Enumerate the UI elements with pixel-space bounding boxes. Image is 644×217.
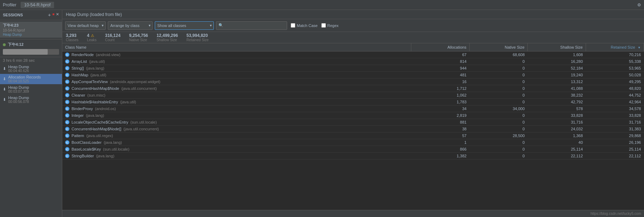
native-size-9: 0 [469, 112, 527, 119]
session-1[interactable]: 下午4:23 10-54-R.hprof Heap Dump [0, 20, 62, 39]
native-size-14: 0 [469, 146, 527, 153]
table-row[interactable]: C Hashtable$HashtableEntry (java.util) 1… [62, 99, 644, 105]
view-dropdown-wrapper: View default heap View app heap View ima… [65, 21, 106, 30]
class-icon-10: C [65, 120, 69, 124]
settings-icon[interactable]: ⚙ [637, 2, 641, 7]
native-size-11: 0 [469, 126, 527, 132]
status-bar: https://blog.csdn.net/lucky5.com [62, 210, 644, 217]
col-allocations[interactable]: Allocations [411, 43, 469, 51]
class-package-6: (sun.misc) [88, 93, 106, 97]
stat-count: 316,124 Count [105, 33, 120, 42]
search-icon: 🔍 [218, 23, 223, 28]
class-cell-7: C Hashtable$HashtableEntry (java.util) [62, 99, 411, 105]
native-size-3: 0 [469, 72, 527, 78]
add-session-icon[interactable]: + [48, 12, 51, 18]
class-name-0: RenderNode [72, 53, 94, 57]
search-input[interactable] [225, 23, 285, 28]
table-row[interactable]: C BinderProxy (android.os) 3434,00057834… [62, 105, 644, 112]
shallow-size-11: 24,032 [528, 126, 586, 132]
table-row[interactable]: C ConcurrentHashMap$Node[] (java.util.co… [62, 126, 644, 132]
native-size-value: 9,254,756 [129, 33, 148, 38]
heap-duration-2: 00:03:07.309 [8, 89, 29, 93]
regex-option[interactable]: Regex [321, 23, 339, 28]
view-dropdown[interactable]: View default heap View app heap View ima… [65, 21, 106, 30]
file-tab[interactable]: 10-54-R.hprof [21, 2, 54, 8]
allocations-0: 67 [411, 51, 469, 58]
table-row[interactable]: C ArrayList (java.util) 814016,28055,338 [62, 58, 644, 65]
class-package-7: (java.util) [120, 100, 136, 104]
table-row[interactable]: C AppCompatTextView (androidx.appcompat.… [62, 78, 644, 85]
shallow-size-0: 1,608 [528, 51, 586, 58]
search-box[interactable]: 🔍 [216, 21, 287, 30]
class-icon-1: C [65, 59, 69, 64]
class-icon-2: C [65, 66, 69, 70]
col-class-name[interactable]: Class Name [62, 43, 411, 51]
class-icon-5: C [65, 86, 69, 91]
shallow-size-7: 42,792 [528, 99, 586, 105]
class-cell-4: C AppCompatTextView (androidx.appcompat.… [62, 78, 411, 85]
native-size-6: 0 [469, 92, 527, 99]
table-container[interactable]: Class Name Allocations Native Size Shall… [62, 43, 644, 210]
show-dropdown[interactable]: Show all classes Show activity/fragment … [155, 21, 214, 30]
native-size-2: 0 [469, 65, 527, 72]
table-row[interactable]: C RenderNode (android.view) 6768,6081,60… [62, 51, 644, 58]
heap-icon-2: ⬇ [3, 87, 6, 92]
table-row[interactable]: C HashMap (java.util) 481019,24050,028 [62, 72, 644, 78]
sidebar-header: SESSIONS + ■ ✕ [0, 10, 62, 20]
class-icon-8: C [65, 107, 69, 111]
allocations-5: 1,712 [411, 85, 469, 92]
match-case-label: Match Case [297, 23, 318, 28]
native-size-0: 68,608 [469, 51, 527, 58]
class-package-0: (android.view) [96, 53, 120, 57]
class-icon-7: C [65, 100, 69, 104]
close-session-icon[interactable]: ✕ [56, 12, 59, 18]
table-row[interactable]: C String[] (java.lang) 944052,18453,965 [62, 65, 644, 72]
table-row[interactable]: C StringBuilder (java.lang) 1,382022,112… [62, 153, 644, 159]
class-name-8: BinderProxy [72, 107, 93, 111]
warning-icon: ⚠ [91, 33, 94, 38]
sidebar-item-alloc[interactable]: ⬇ Allocation Records 00:04:10.525 [0, 74, 62, 84]
class-package-13: (java.lang) [104, 140, 122, 145]
shallow-size-9: 33,828 [528, 112, 586, 119]
stop-session-icon[interactable]: ■ [52, 12, 54, 18]
sidebar-items: ⬇ Heap Dump 00:04:40.626 ⬇ Allocation Re… [0, 64, 62, 105]
arrange-dropdown[interactable]: Arrange by class Arrange by callstack [108, 21, 153, 30]
sidebar-item-heap-2[interactable]: ⬇ Heap Dump 00:03:07.309 [0, 84, 62, 94]
allocations-1: 814 [411, 58, 469, 65]
table-row[interactable]: C LocaleObjectCache$CacheEntry (sun.util… [62, 119, 644, 126]
class-icon-11: C [65, 127, 69, 131]
table-row[interactable]: C Integer (java.lang) 2,819033,82833,828 [62, 112, 644, 119]
col-native-size[interactable]: Native Size [469, 43, 527, 51]
class-name-12: Pattern [72, 134, 84, 138]
session-2-item[interactable]: 下午4:12 [0, 41, 62, 48]
sidebar-item-heap-1[interactable]: ⬇ Heap Dump 00:04:40.626 [0, 64, 62, 74]
col-retained-size[interactable]: Retained Size ▼ [586, 43, 644, 51]
arrange-dropdown-wrapper: Arrange by class Arrange by callstack ▼ [108, 21, 153, 30]
match-case-checkbox[interactable] [291, 23, 295, 28]
table-row[interactable]: C ConcurrentHashMap$Node (java.util.conc… [62, 85, 644, 92]
count-label: Count [105, 38, 115, 42]
class-package-2: (java.lang) [86, 66, 104, 70]
table-row[interactable]: C BaseLocale$Key (sun.util.locale) 86602… [62, 146, 644, 153]
table-row[interactable]: C BootClassLoader (java.lang) 104026,196 [62, 139, 644, 146]
allocations-10: 881 [411, 119, 469, 126]
table-row[interactable]: C Pattern (java.util.regex) 5728,5001,36… [62, 132, 644, 139]
class-icon-13: C [65, 140, 69, 145]
regex-checkbox[interactable] [321, 23, 326, 28]
session-2[interactable]: 下午4:12 [0, 39, 62, 57]
allocations-11: 38 [411, 126, 469, 132]
retained-size-13: 26,196 [586, 139, 644, 146]
class-cell-0: C RenderNode (android.view) [62, 51, 411, 58]
match-case-option[interactable]: Match Case [291, 23, 318, 28]
sidebar-item-heap-3[interactable]: ⬇ Heap Dump 00:00:56.078 [0, 94, 62, 105]
session-1-time: 下午4:23 [3, 23, 25, 28]
class-cell-1: C ArrayList (java.util) [62, 58, 411, 65]
col-shallow-size[interactable]: Shallow Size [528, 43, 586, 51]
session-2-time: 下午4:12 [8, 42, 23, 47]
table-row[interactable]: C Cleaner (sun.misc) 1,062038,23244,752 [62, 92, 644, 99]
session-1-item[interactable]: 下午4:23 10-54-R.hprof Heap Dump [0, 22, 62, 38]
show-dropdown-wrapper: Show all classes Show activity/fragment … [155, 21, 214, 30]
class-cell-8: C BinderProxy (android.os) [62, 105, 411, 112]
class-name-14: BaseLocale$Key [72, 147, 101, 151]
class-icon-6: C [65, 93, 69, 97]
